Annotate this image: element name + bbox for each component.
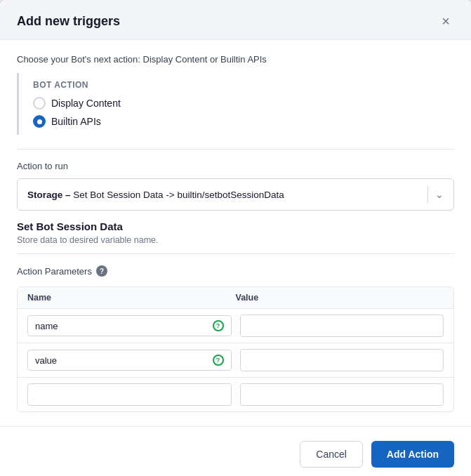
param-name-text: name <box>35 321 58 331</box>
param-value-help-icon[interactable]: ? <box>213 355 224 366</box>
chevron-down-icon: ⌄ <box>435 189 444 200</box>
add-action-button[interactable]: Add Action <box>371 441 454 468</box>
modal-footer: Cancel Add Action <box>0 426 471 476</box>
choose-label: Choose your Bot's next action: Display C… <box>17 54 454 65</box>
radio-display-content-circle <box>33 97 46 110</box>
param-name-help-icon[interactable]: ? <box>213 320 224 331</box>
select-text-bold: Storage – <box>27 190 71 200</box>
cancel-button[interactable]: Cancel <box>300 441 363 468</box>
select-text-rest: Set Bot Session Data -> builtin/setbotSe… <box>71 190 284 200</box>
modal-body: Choose your Bot's next action: Display C… <box>0 40 471 412</box>
action-to-run-select[interactable]: Storage – Set Bot Session Data -> builti… <box>17 178 454 211</box>
bot-action-title: Bot Action <box>33 80 454 90</box>
modal-container: Add new triggers × Choose your Bot's nex… <box>0 0 471 476</box>
section-divider <box>17 149 454 150</box>
action-to-run-label: Action to run <box>17 161 454 171</box>
params-table: Name Value name ? value ? <box>17 286 454 412</box>
api-desc-title: Set Bot Session Data <box>17 220 454 232</box>
api-desc-subtitle: Store data to desired variable name. <box>17 235 454 245</box>
col-header-value: Value <box>236 293 444 303</box>
radio-builtin-apis[interactable]: Builtin APIs <box>33 115 454 128</box>
modal-title: Add new triggers <box>17 14 120 29</box>
action-params-label: Action Parameters <box>17 266 92 277</box>
param-name-name: name ? <box>27 315 232 336</box>
select-text: Storage – Set Bot Session Data -> builti… <box>27 190 420 200</box>
param-name-value-input[interactable] <box>240 315 444 337</box>
select-vertical-divider <box>427 186 428 203</box>
param-empty-name[interactable] <box>27 383 232 406</box>
col-header-name: Name <box>27 293 236 303</box>
table-row: name ? <box>18 309 453 343</box>
param-value-name: value ? <box>27 350 232 371</box>
action-params-header: Action Parameters ? <box>17 265 454 277</box>
help-icon[interactable]: ? <box>96 265 107 277</box>
table-row: value ? <box>18 343 453 378</box>
radio-builtin-apis-circle <box>33 115 46 128</box>
param-value-value-input[interactable] <box>240 349 444 371</box>
section-divider-2 <box>17 253 454 254</box>
api-description: Set Bot Session Data Store data to desir… <box>17 220 454 245</box>
bot-action-box: Bot Action Display Content Builtin APIs <box>17 73 454 135</box>
close-button[interactable]: × <box>437 13 454 29</box>
radio-builtin-apis-label: Builtin APIs <box>51 116 101 127</box>
params-table-header: Name Value <box>18 287 453 309</box>
param-empty-value[interactable] <box>240 383 444 406</box>
table-row <box>18 378 453 411</box>
radio-display-content-label: Display Content <box>51 98 121 109</box>
modal-header: Add new triggers × <box>0 0 471 40</box>
radio-display-content[interactable]: Display Content <box>33 97 454 110</box>
param-value-text: value <box>35 355 57 366</box>
